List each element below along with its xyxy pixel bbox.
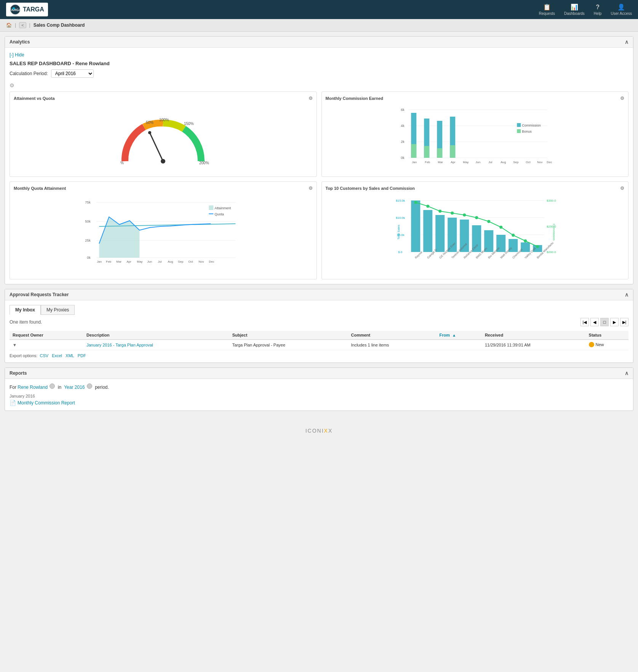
page-current-btn[interactable]: □ <box>600 318 609 326</box>
reports-for-label: For <box>10 385 16 390</box>
dashboards-icon: 📊 <box>571 3 578 11</box>
report-link-text[interactable]: Monthly Commission Report <box>18 400 75 406</box>
svg-text:Apr: Apr <box>451 160 456 164</box>
report-link-row[interactable]: 📄 Monthly Commission Report <box>10 400 628 406</box>
svg-text:Nov: Nov <box>537 160 542 164</box>
gauge-container: % 50% 100% 150% 200% <box>14 104 313 173</box>
svg-point-95 <box>463 213 466 217</box>
person-settings-icon[interactable] <box>50 383 55 389</box>
export-csv[interactable]: CSV <box>40 353 48 358</box>
reports-person-link[interactable]: Rene Rowland <box>18 385 48 390</box>
breadcrumb-sep2: | <box>29 22 30 28</box>
svg-rect-24 <box>437 148 442 158</box>
svg-rect-81 <box>423 210 432 252</box>
nav-requests-label: Requests <box>539 11 555 16</box>
svg-point-10 <box>148 131 151 134</box>
nav-help[interactable]: ? Help <box>594 4 602 16</box>
svg-text:$10.0k: $10.0k <box>396 216 405 220</box>
result-count: One item found. <box>10 319 42 325</box>
top10-gear-icon[interactable]: ⚙ <box>620 186 624 191</box>
analytics-panel-title: Analytics <box>10 39 30 45</box>
export-excel[interactable]: Excel <box>52 353 62 358</box>
monthly-commission-gear-icon[interactable]: ⚙ <box>620 96 624 101</box>
tab-my-proxies[interactable]: My Proxies <box>41 305 75 315</box>
svg-text:%: % <box>120 161 124 165</box>
svg-point-92 <box>426 205 429 208</box>
svg-text:4k: 4k <box>401 124 405 128</box>
nav-requests[interactable]: 📋 Requests <box>539 3 555 16</box>
dashboard-title: SALES REP DASHBOARD - Rene Rowland <box>10 61 628 66</box>
help-icon: ? <box>596 4 600 11</box>
svg-point-101 <box>536 245 539 248</box>
cell-received: 11/29/2016 11:39:01 AM <box>482 340 586 350</box>
svg-text:150%: 150% <box>184 122 194 126</box>
header-nav: 📋 Requests 📊 Dashboards ? Help 👤 User Ac… <box>539 3 632 16</box>
page-last-btn[interactable]: ▶| <box>620 318 628 326</box>
row-expand-btn[interactable]: ▼ <box>13 343 17 347</box>
export-xml[interactable]: XML <box>66 353 74 358</box>
analytics-panel-body: [-] Hide SALES REP DASHBOARD - Rene Rowl… <box>5 48 633 284</box>
attainment-gear-icon[interactable]: ⚙ <box>309 96 313 101</box>
footer: ICONIXX <box>0 420 638 441</box>
export-pdf[interactable]: PDF <box>78 353 86 358</box>
top10-combo-chart-svg: $15.0k $10.0k $5.0k $.0 $300.0 $250.0 $2… <box>326 194 625 274</box>
tab-my-inbox[interactable]: My Inbox <box>10 305 41 315</box>
nav-user-access[interactable]: 👤 User Access <box>611 3 632 16</box>
analytics-collapse-btn[interactable]: ∧ <box>625 39 628 45</box>
svg-point-91 <box>414 201 417 204</box>
back-button[interactable]: < <box>19 22 26 28</box>
report-file-icon: 📄 <box>10 400 16 406</box>
cell-subject: Targa Plan Approval - Payee <box>229 340 348 350</box>
export-row: Export options: CSV Excel XML PDF <box>10 353 628 358</box>
reports-period-link[interactable]: Year 2016 <box>64 385 85 390</box>
reports-panel: Reports ∧ For Rene Rowland in Year 2016 … <box>5 367 633 411</box>
nav-dashboards[interactable]: 📊 Dashboards <box>564 3 585 16</box>
svg-text:Jan: Jan <box>412 160 417 164</box>
col-request-owner: Request Owner <box>10 331 83 340</box>
col-description: Description <box>83 331 229 340</box>
svg-text:Feb: Feb <box>106 260 111 263</box>
svg-point-99 <box>512 234 515 237</box>
header: TARGA TARGA 📋 Requests 📊 Dashboards ? He… <box>0 0 638 19</box>
svg-text:$.0: $.0 <box>398 250 403 254</box>
monthly-quota-chart-title: Monthly Quota Attainment ⚙ <box>14 186 313 191</box>
svg-rect-22 <box>424 146 429 158</box>
svg-text:$15.0k: $15.0k <box>396 199 405 202</box>
home-link[interactable]: 🏠 <box>6 22 12 28</box>
monthly-quota-gear-icon[interactable]: ⚙ <box>309 186 313 191</box>
analytics-gear-icon[interactable]: ⚙ <box>10 82 14 88</box>
quota-line-chart-svg: 75k 50k 25k 0k <box>14 194 313 270</box>
cell-description: January 2016 - Targa Plan Approval <box>83 340 229 350</box>
period-settings-icon[interactable] <box>87 383 92 389</box>
page-next-btn[interactable]: ▶ <box>610 318 619 326</box>
svg-rect-65 <box>209 205 213 210</box>
approval-table: Request Owner Description Subject Commen… <box>10 331 628 350</box>
svg-text:$200.0: $200.0 <box>547 250 556 254</box>
svg-text:0k: 0k <box>87 256 91 260</box>
svg-point-94 <box>451 212 454 215</box>
svg-text:75k: 75k <box>85 200 91 204</box>
reports-panel-header: Reports ∧ <box>5 368 633 379</box>
page-first-btn[interactable]: |◀ <box>580 318 589 326</box>
svg-text:Oct: Oct <box>526 160 531 164</box>
analytics-gear-row: ⚙ <box>10 82 628 88</box>
monthly-commission-chart-area: 6k 4k 2k 0k <box>326 104 625 170</box>
reports-collapse-btn[interactable]: ∧ <box>625 370 628 376</box>
calc-period-select[interactable]: April 2016 March 2016 May 2016 <box>51 69 94 78</box>
hide-link[interactable]: [-] Hide <box>10 52 24 58</box>
approval-panel: Approval Requests Tracker ∧ My Inbox My … <box>5 289 633 363</box>
svg-point-98 <box>499 226 502 229</box>
svg-text:50%: 50% <box>146 120 154 125</box>
svg-text:May: May <box>137 260 142 263</box>
description-link[interactable]: January 2016 - Targa Plan Approval <box>86 343 153 347</box>
main-content: Analytics ∧ [-] Hide SALES REP DASHBOARD… <box>0 32 638 420</box>
svg-rect-82 <box>435 215 445 252</box>
page-prev-btn[interactable]: ◀ <box>590 318 599 326</box>
requests-icon: 📋 <box>543 3 551 11</box>
approval-table-head: Request Owner Description Subject Commen… <box>10 331 628 340</box>
svg-text:Dec: Dec <box>209 260 214 263</box>
top10-chart-title: Top 10 Customers by Sales and Commission… <box>326 186 625 191</box>
svg-text:May: May <box>463 160 469 164</box>
approval-collapse-btn[interactable]: ∧ <box>625 292 628 298</box>
svg-rect-80 <box>411 200 420 252</box>
